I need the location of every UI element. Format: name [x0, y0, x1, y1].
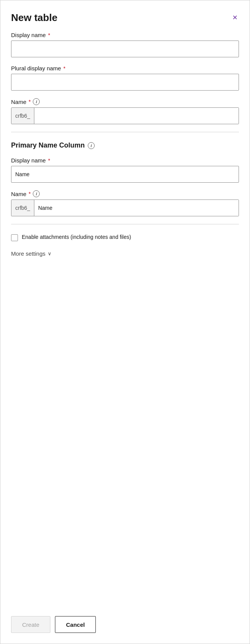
primary-name-group: Name * i crfb6_ [11, 190, 239, 216]
name-input-container: crfb6_ [11, 107, 239, 124]
primary-name-input-container: crfb6_ [11, 200, 239, 216]
primary-display-name-required: * [48, 157, 50, 164]
body-spacer [0, 433, 250, 608]
primary-display-name-label: Display name * [11, 157, 239, 164]
plural-display-name-group: Plural display name * [11, 65, 239, 91]
primary-name-info-icon[interactable]: i [88, 142, 95, 149]
create-button[interactable]: Create [11, 616, 50, 633]
chevron-down-icon: ∨ [48, 251, 52, 256]
primary-name-required: * [29, 191, 31, 197]
more-settings-button[interactable]: More settings ∨ [11, 250, 52, 257]
close-button[interactable]: × [231, 11, 239, 24]
enable-attachments-group: Enable attachments (including notes and … [11, 234, 239, 241]
display-name-group: Display name * [11, 32, 239, 57]
name-required: * [29, 99, 31, 105]
display-name-required: * [48, 32, 50, 38]
name-prefix: crfb6_ [11, 108, 34, 124]
primary-name-prefix: crfb6_ [11, 200, 34, 216]
section-divider-1 [11, 132, 239, 132]
name-label: Name * i [11, 98, 239, 105]
plural-display-name-label: Plural display name * [11, 65, 239, 71]
enable-attachments-label: Enable attachments (including notes and … [22, 234, 131, 241]
name-input[interactable] [34, 108, 239, 124]
dialog-header: New table × [0, 0, 250, 32]
new-table-dialog: New table × Display name * Plural displa… [0, 0, 250, 644]
primary-name-column-section-title: Primary Name Column i [11, 141, 239, 149]
name-info-icon[interactable]: i [33, 98, 40, 105]
dialog-body: Display name * Plural display name * Nam… [0, 32, 250, 433]
cancel-button[interactable]: Cancel [55, 616, 96, 633]
name-group: Name * i crfb6_ [11, 98, 239, 124]
primary-name-label: Name * i [11, 190, 239, 197]
plural-display-name-input[interactable] [11, 74, 239, 91]
primary-name-field-info-icon[interactable]: i [33, 190, 40, 197]
more-settings-label: More settings [11, 250, 45, 257]
dialog-title: New table [11, 12, 57, 24]
plural-display-name-required: * [63, 65, 65, 71]
primary-display-name-group: Display name * [11, 157, 239, 183]
primary-name-input[interactable] [34, 200, 239, 216]
primary-display-name-input[interactable] [11, 166, 239, 183]
display-name-input[interactable] [11, 41, 239, 57]
dialog-footer: Create Cancel [0, 608, 250, 644]
enable-attachments-checkbox[interactable] [11, 234, 18, 241]
section-divider-2 [11, 224, 239, 224]
display-name-label: Display name * [11, 32, 239, 38]
